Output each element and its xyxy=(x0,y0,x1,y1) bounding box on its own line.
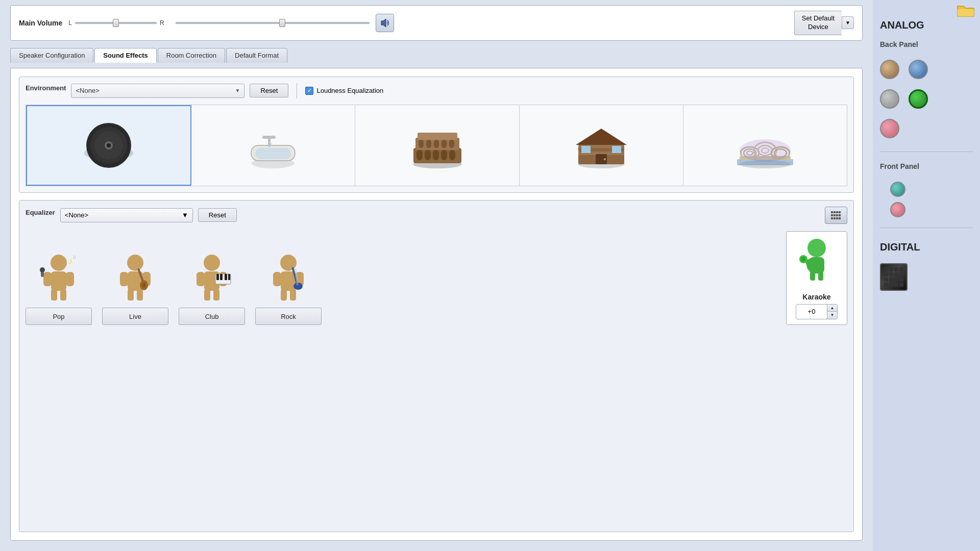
preset-pop-button[interactable]: Pop xyxy=(26,308,92,325)
equalizer-presets: ♪ ♫ Pop xyxy=(26,231,847,325)
balance-slider-track[interactable] xyxy=(75,22,157,24)
back-panel-jacks-row1 xyxy=(880,60,973,79)
equalizer-label: Equalizer xyxy=(26,209,55,216)
svg-rect-22 xyxy=(419,140,424,148)
volume-main-track[interactable] xyxy=(176,22,370,24)
jack-blue[interactable] xyxy=(909,60,928,79)
environment-section: Environment <None> ▼ Reset ✓ Loudness Eq… xyxy=(19,77,854,193)
preset-pop[interactable]: ♪ ♫ Pop xyxy=(26,248,92,325)
tab-default-format[interactable]: Default Format xyxy=(226,48,287,63)
balance-thumb[interactable] xyxy=(113,19,119,27)
equalizer-dropdown-value: <None> xyxy=(65,211,88,219)
svg-point-102 xyxy=(807,239,826,257)
svg-rect-27 xyxy=(418,133,457,140)
svg-rect-63 xyxy=(51,271,66,291)
preset-live-button[interactable]: Live xyxy=(102,308,168,325)
dp-cell xyxy=(884,272,888,277)
preset-rock[interactable]: Rock xyxy=(255,248,322,325)
svg-rect-36 xyxy=(612,146,621,153)
jack-front-teal[interactable] xyxy=(890,182,905,197)
folder-icon xyxy=(957,3,975,20)
svg-rect-61 xyxy=(839,217,841,219)
set-default-device: Set DefaultDevice ▼ xyxy=(794,11,854,35)
set-default-button[interactable]: Set DefaultDevice xyxy=(794,11,842,35)
karaoke-box: Karaoke ▲ ▼ xyxy=(786,231,847,325)
svg-rect-16 xyxy=(416,150,423,160)
tab-room-correction[interactable]: Room Correction xyxy=(158,48,225,63)
svg-rect-26 xyxy=(449,140,454,148)
loudness-equalization-checkbox[interactable]: ✓ Loudness Equalization xyxy=(305,87,383,95)
svg-rect-52 xyxy=(836,211,838,213)
preset-club-button[interactable]: Club xyxy=(179,308,245,325)
environment-preset-opera[interactable] xyxy=(683,105,847,186)
svg-rect-19 xyxy=(441,150,447,160)
back-panel-subtitle: Back Panel xyxy=(880,40,973,48)
preset-rock-button[interactable]: Rock xyxy=(255,308,322,325)
svg-point-80 xyxy=(142,283,146,288)
front-panel-jacks xyxy=(880,182,973,217)
svg-rect-66 xyxy=(51,289,57,300)
jack-pink[interactable] xyxy=(880,119,899,138)
svg-point-81 xyxy=(204,255,220,271)
tabs-bar: Speaker Configuration Sound Effects Room… xyxy=(10,48,863,63)
svg-rect-23 xyxy=(426,140,431,148)
preset-live[interactable]: Live xyxy=(102,248,168,325)
equalizer-dropdown[interactable]: <None> ▼ xyxy=(60,208,193,222)
karaoke-decrement-button[interactable]: ▼ xyxy=(827,312,837,319)
svg-rect-11 xyxy=(262,136,276,139)
svg-rect-51 xyxy=(834,211,836,213)
front-panel-subtitle: Front Panel xyxy=(880,162,973,170)
karaoke-value-input[interactable] xyxy=(796,306,827,317)
svg-rect-25 xyxy=(442,140,447,148)
svg-text:♫: ♫ xyxy=(72,254,77,260)
preset-club-icon xyxy=(186,248,237,305)
jack-front-pink[interactable] xyxy=(890,202,905,217)
svg-rect-60 xyxy=(836,217,838,219)
set-default-dropdown-button[interactable]: ▼ xyxy=(842,16,854,29)
dp-cell xyxy=(884,278,888,282)
svg-rect-109 xyxy=(958,9,974,16)
environment-preset-arena[interactable] xyxy=(355,105,519,186)
environment-label: Environment xyxy=(26,84,66,92)
digital-divider xyxy=(880,228,973,228)
svg-rect-91 xyxy=(228,274,230,280)
environment-reset-button[interactable]: Reset xyxy=(250,84,288,97)
svg-rect-65 xyxy=(66,272,74,286)
svg-rect-59 xyxy=(834,217,836,219)
volume-section: Main Volume L R Set DefaultDevice xyxy=(10,5,863,41)
svg-rect-57 xyxy=(839,214,841,216)
svg-marker-0 xyxy=(381,19,386,27)
digital-title: DIGITAL xyxy=(880,241,973,253)
environment-preset-bathroom[interactable] xyxy=(191,105,355,186)
svg-rect-77 xyxy=(137,289,143,300)
karaoke-spinner: ▲ ▼ xyxy=(796,304,838,319)
tab-sound-effects[interactable]: Sound Effects xyxy=(94,48,156,63)
svg-point-92 xyxy=(280,255,297,271)
svg-point-6 xyxy=(107,143,111,147)
speaker-mute-button[interactable] xyxy=(376,14,394,32)
equalizer-grid-button[interactable] xyxy=(825,207,847,224)
preset-club[interactable]: Club xyxy=(179,248,245,325)
environment-preset-forest[interactable] xyxy=(520,105,683,186)
jack-gray[interactable] xyxy=(880,89,899,109)
environment-dropdown-value: <None> xyxy=(76,87,99,94)
svg-point-12 xyxy=(268,145,270,147)
preset-pop-icon: ♪ ♫ xyxy=(33,248,84,305)
tab-speaker-configuration[interactable]: Speaker Configuration xyxy=(10,48,93,63)
dp-cell xyxy=(894,272,898,277)
environment-dropdown[interactable]: <None> ▼ xyxy=(71,84,244,98)
karaoke-increment-button[interactable]: ▲ xyxy=(827,305,837,312)
equalizer-reset-button[interactable]: Reset xyxy=(198,208,237,222)
svg-rect-86 xyxy=(213,289,219,300)
svg-rect-18 xyxy=(433,150,439,160)
svg-rect-76 xyxy=(128,289,134,300)
digital-port[interactable] xyxy=(880,263,908,291)
environment-preset-none[interactable] xyxy=(26,105,191,186)
jack-tan[interactable] xyxy=(880,60,899,79)
jack-green[interactable] xyxy=(909,89,928,109)
svg-point-106 xyxy=(801,257,806,262)
dp-cell xyxy=(889,283,893,287)
volume-main-thumb[interactable] xyxy=(279,19,285,27)
dp-cell xyxy=(894,267,898,271)
dp-cell xyxy=(899,278,903,282)
